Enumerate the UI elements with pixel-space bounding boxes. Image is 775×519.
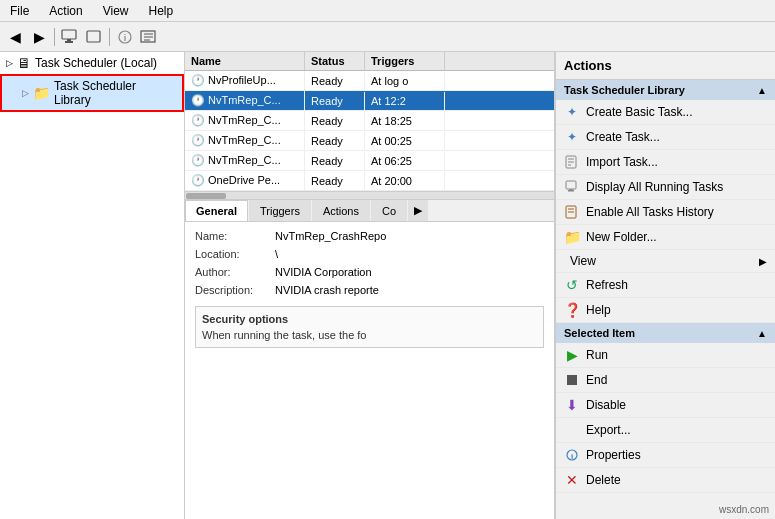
task-row[interactable]: 🕐NvTmRep_C... Ready At 00:25 (185, 131, 554, 151)
tab-triggers[interactable]: Triggers (249, 200, 311, 221)
svg-text:i: i (124, 33, 127, 43)
clock-icon-1: 🕐 (191, 74, 205, 86)
view-left: View (564, 254, 596, 268)
name-label: Name: (195, 230, 275, 242)
disable-label: Disable (586, 398, 626, 412)
action-end[interactable]: End (556, 368, 775, 393)
refresh-label: Refresh (586, 278, 628, 292)
actions-panel: Actions Task Scheduler Library ▲ ✦ Creat… (555, 52, 775, 519)
section-selected-label: Selected Item (564, 327, 635, 339)
action-create-task[interactable]: ✦ Create Task... (556, 125, 775, 150)
clock-icon-3: 🕐 (191, 114, 205, 126)
menu-view[interactable]: View (99, 3, 133, 19)
task-list-scrollbar[interactable] (185, 191, 554, 199)
svg-rect-0 (62, 30, 76, 39)
toolbar-square-btn[interactable] (83, 26, 105, 48)
task-row[interactable]: 🕐NvTmRep_C... Ready At 06:25 (185, 151, 554, 171)
end-label: End (586, 373, 607, 387)
task-list-header: Name Status Triggers (185, 52, 554, 71)
toolbar-forward-btn[interactable]: ▶ (28, 26, 50, 48)
action-refresh[interactable]: ↺ Refresh (556, 273, 775, 298)
properties-label: Properties (586, 448, 641, 462)
import-task-icon (564, 154, 580, 170)
action-run[interactable]: ▶ Run (556, 343, 775, 368)
action-create-basic-task[interactable]: ✦ Create Basic Task... (556, 100, 775, 125)
tab-actions[interactable]: Actions (312, 200, 370, 221)
sidebar: ▷ 🖥 Task Scheduler (Local) ▷ 📁 Task Sche… (0, 52, 185, 519)
task-row[interactable]: 🕐NvTmRep_C... Ready At 12:2 (185, 91, 554, 111)
export-label: Export... (586, 423, 631, 437)
task-triggers-3: At 18:25 (365, 112, 445, 130)
action-help[interactable]: ❓ Help (556, 298, 775, 323)
author-value: NVIDIA Corporation (275, 266, 544, 278)
svg-rect-20 (567, 375, 577, 385)
desc-value: NVIDIA crash reporte (275, 284, 544, 296)
sidebar-header-label: Task Scheduler (Local) (35, 56, 157, 70)
detail-location-row: Location: \ (195, 248, 544, 260)
computer-icon: 🖥 (17, 55, 31, 71)
tab-general[interactable]: General (185, 200, 248, 221)
create-task-icon: ✦ (564, 129, 580, 145)
task-name-6: 🕐OneDrive Pe... (185, 171, 305, 190)
location-label: Location: (195, 248, 275, 260)
tab-co[interactable]: Co (371, 200, 407, 221)
task-status-3: Ready (305, 112, 365, 130)
actions-section-library[interactable]: Task Scheduler Library ▲ (556, 80, 775, 100)
scrollbar-thumb[interactable] (186, 193, 226, 199)
task-status-2: Ready (305, 92, 365, 110)
expand-icon: ▷ (22, 88, 29, 98)
menu-help[interactable]: Help (145, 3, 178, 19)
end-icon (564, 372, 580, 388)
view-submenu-arrow: ▶ (759, 256, 767, 267)
action-export[interactable]: Export... (556, 418, 775, 443)
menu-file[interactable]: File (6, 3, 33, 19)
action-delete[interactable]: ✕ Delete (556, 468, 775, 493)
actions-section-selected[interactable]: Selected Item ▲ (556, 323, 775, 343)
task-triggers-6: At 20:00 (365, 172, 445, 190)
security-text: When running the task, use the fo (202, 329, 537, 341)
task-row[interactable]: 🕐NvTmRep_C... Ready At 18:25 (185, 111, 554, 131)
detail-content: Name: NvTmRep_CrashRepo Location: \ Auth… (185, 222, 554, 519)
clock-icon-6: 🕐 (191, 174, 205, 186)
action-new-folder[interactable]: 📁 New Folder... (556, 225, 775, 250)
svg-rect-1 (65, 41, 73, 43)
toolbar-separator-2 (109, 28, 110, 46)
action-properties[interactable]: i Properties (556, 443, 775, 468)
task-name-3: 🕐NvTmRep_C... (185, 111, 305, 130)
task-row[interactable]: 🕐OneDrive Pe... Ready At 20:00 (185, 171, 554, 191)
action-view[interactable]: View ▶ (556, 250, 775, 273)
detail-desc-row: Description: NVIDIA crash reporte (195, 284, 544, 296)
svg-text:i: i (571, 452, 573, 461)
task-triggers-2: At 12:2 (365, 92, 445, 110)
enable-history-icon (564, 204, 580, 220)
action-disable[interactable]: ⬇ Disable (556, 393, 775, 418)
action-import-task[interactable]: Import Task... (556, 150, 775, 175)
task-name-2: 🕐NvTmRep_C... (185, 91, 305, 110)
toolbar-info-btn[interactable]: i (114, 26, 136, 48)
display-running-icon (564, 179, 580, 195)
toolbar-tasks-btn[interactable] (138, 26, 160, 48)
task-row[interactable]: 🕐NvProfileUp... Ready At log o (185, 71, 554, 91)
svg-rect-3 (87, 31, 100, 42)
clock-icon-4: 🕐 (191, 134, 205, 146)
sidebar-header[interactable]: ▷ 🖥 Task Scheduler (Local) (0, 52, 184, 74)
delete-label: Delete (586, 473, 621, 487)
export-icon (564, 422, 580, 438)
properties-icon: i (564, 447, 580, 463)
clock-icon-5: 🕐 (191, 154, 205, 166)
action-enable-history[interactable]: Enable All Tasks History (556, 200, 775, 225)
toolbar-back-btn[interactable]: ◀ (4, 26, 26, 48)
delete-icon: ✕ (564, 472, 580, 488)
menu-action[interactable]: Action (45, 3, 86, 19)
actions-panel-title: Actions (556, 52, 775, 80)
toolbar-computer-btn[interactable] (59, 26, 81, 48)
help-label: Help (586, 303, 611, 317)
task-status-4: Ready (305, 132, 365, 150)
action-display-running[interactable]: Display All Running Tasks (556, 175, 775, 200)
task-status-5: Ready (305, 152, 365, 170)
svg-rect-14 (566, 181, 576, 189)
tab-arrow[interactable]: ▶ (408, 200, 428, 221)
task-triggers-1: At log o (365, 72, 445, 90)
toolbar: ◀ ▶ i (0, 22, 775, 52)
sidebar-item-library[interactable]: ▷ 📁 Task Scheduler Library (0, 74, 184, 112)
